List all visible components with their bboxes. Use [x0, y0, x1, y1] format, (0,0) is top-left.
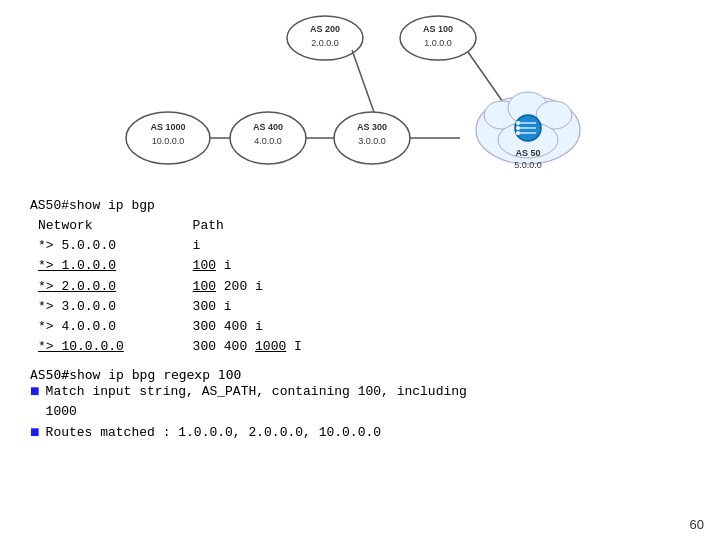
bgp-row-2: *> 1.0.0.0 100 i: [38, 256, 302, 276]
svg-text:2.0.0.0: 2.0.0.0: [311, 38, 339, 48]
bullet-2: ■ Routes matched : 1.0.0.0, 2.0.0.0, 10.…: [30, 423, 690, 443]
svg-text:5.0.0.0: 5.0.0.0: [514, 160, 542, 170]
bgp-header: Network Path: [38, 216, 302, 236]
svg-text:10.0.0.0: 10.0.0.0: [152, 136, 185, 146]
svg-text:AS 300: AS 300: [357, 122, 387, 132]
bullet-icon-2: ■: [30, 424, 40, 442]
bgp-row-6: *> 10.0.0.0 300 400 1000 I: [38, 337, 302, 357]
svg-text:AS 100: AS 100: [423, 24, 453, 34]
svg-line-7: [352, 50, 375, 115]
show-command-2: AS50#show ip bpg regexp 100: [30, 367, 690, 382]
svg-text:3.0.0.0: 3.0.0.0: [358, 136, 386, 146]
regexp-section: AS50#show ip bpg regexp 100 ■ Match inpu…: [30, 367, 690, 443]
svg-text:AS 50: AS 50: [515, 148, 540, 158]
bgp-row-4: *> 3.0.0.0 300 i: [38, 297, 302, 317]
bgp-row-1: *> 5.0.0.0 i: [38, 236, 302, 256]
bgp-row-3: *> 2.0.0.0 100 200 i: [38, 277, 302, 297]
page-number: 60: [690, 517, 704, 532]
col-network: Network: [38, 216, 193, 236]
svg-text:1.0.0.0: 1.0.0.0: [424, 38, 452, 48]
bullet-icon-1: ■: [30, 383, 40, 401]
svg-point-29: [516, 121, 520, 125]
bullet-text-2: Routes matched : 1.0.0.0, 2.0.0.0, 10.0.…: [46, 423, 381, 443]
svg-text:AS 200: AS 200: [310, 24, 340, 34]
svg-point-30: [516, 126, 520, 130]
terminal-content: AS50#show ip bgp Network Path *> 5.0.0.0…: [0, 190, 720, 443]
show-command-1: AS50#show ip bgp: [30, 196, 690, 216]
svg-text:4.0.0.0: 4.0.0.0: [254, 136, 282, 146]
col-path: Path: [193, 216, 302, 236]
bgp-show-section: AS50#show ip bgp Network Path *> 5.0.0.0…: [30, 196, 690, 357]
bullet-1: ■ Match input string, AS_PATH, containin…: [30, 382, 690, 421]
svg-point-31: [516, 131, 520, 135]
network-diagram: AS 200 2.0.0.0 AS 100 1.0.0.0 AS 1000 10…: [0, 0, 720, 190]
bullet-text-1: Match input string, AS_PATH, containing …: [46, 382, 467, 421]
bgp-row-5: *> 4.0.0.0 300 400 i: [38, 317, 302, 337]
svg-text:AS 400: AS 400: [253, 122, 283, 132]
svg-text:AS 1000: AS 1000: [150, 122, 185, 132]
